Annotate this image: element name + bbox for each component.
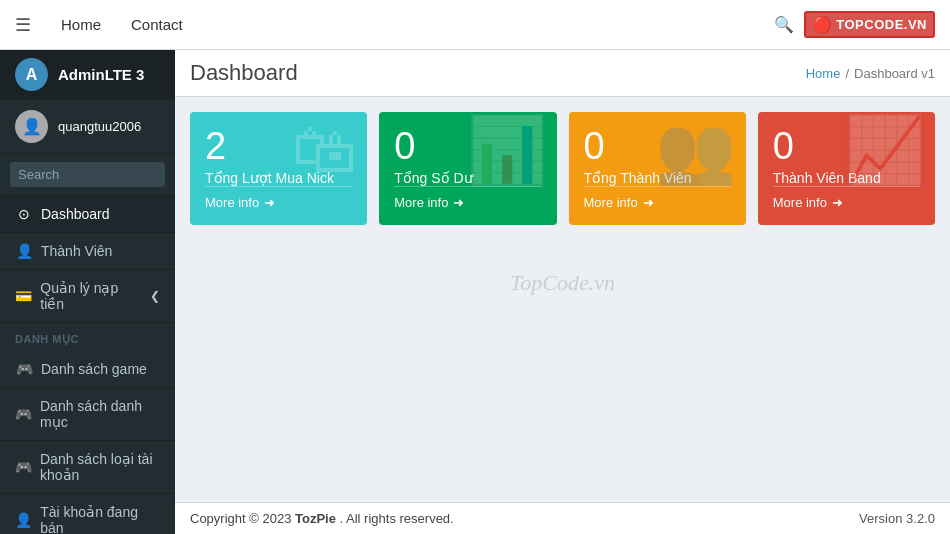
stat-box-tong-thanh-vien: 0 Tổng Thành Viên 👥 More info ➜	[569, 112, 746, 225]
sidebar-item-category-list[interactable]: 🎮 Danh sách danh mục	[0, 388, 175, 441]
brand-name: TozPie	[295, 511, 336, 526]
nav-home[interactable]: Home	[46, 0, 116, 50]
account-type-icon: 🎮	[15, 459, 32, 475]
stat-top-section-3: 0 Tổng Thành Viên 👥	[584, 127, 731, 186]
more-info-label-2: More info	[584, 195, 638, 210]
site-name-label: TOPCODE.VN	[836, 17, 927, 32]
arrow-right-icon-3: ➜	[832, 195, 843, 210]
dashboard-icon: ⊙	[15, 206, 33, 222]
breadcrumb: Home / Dashboard v1	[806, 66, 935, 81]
sidebar-item-recharge[interactable]: 💳 Quản lý nạp tiền ❮	[0, 270, 175, 323]
stat-footer-thanh-vien-band[interactable]: More info ➜	[773, 186, 920, 210]
watermark-text: TopCode.vn	[190, 240, 935, 326]
top-nav-right: 🔍 🔴 TOPCODE.VN	[774, 11, 935, 38]
pie-chart-icon: 📈	[844, 117, 925, 182]
search-form: 🔍	[0, 154, 175, 196]
stat-box-tong-so-du: 0 Tổng Số Dư 📊 More info ➜	[379, 112, 556, 225]
nav-links: Home Contact	[46, 0, 198, 50]
sidebar-item-members[interactable]: 👤 Thành Viên	[0, 233, 175, 270]
breadcrumb-separator: /	[845, 66, 849, 81]
logo-badge: 🔴 TOPCODE.VN	[804, 11, 935, 38]
hamburger-icon[interactable]: ☰	[15, 14, 31, 36]
chart-icon: 📊	[466, 117, 547, 182]
nav-contact[interactable]: Contact	[116, 0, 198, 50]
search-icon-button[interactable]: 🔍	[774, 15, 794, 34]
stat-top-section-2: 0 Tổng Số Dư 📊	[394, 127, 541, 186]
category-list-icon: 🎮	[15, 406, 32, 422]
sidebar-item-game-list[interactable]: 🎮 Danh sách game	[0, 351, 175, 388]
users-icon: 👥	[655, 117, 736, 182]
breadcrumb-home[interactable]: Home	[806, 66, 841, 81]
user-panel: 👤 quangtuu2006	[0, 100, 175, 154]
main-footer: Copyright © 2023 TozPie . All rights res…	[175, 502, 950, 534]
sidebar: A AdminLTE 3 👤 quangtuu2006 🔍 ⊙ Dashboar…	[0, 50, 175, 534]
more-info-label-1: More info	[394, 195, 448, 210]
stats-row: 2 Tổng Lượt Mua Nick 🛍 More info ➜ 0	[190, 112, 935, 225]
footer-copyright: Copyright © 2023 TozPie . All rights res…	[190, 511, 454, 526]
stat-top-section-4: 0 Thành Viên Band 📈	[773, 127, 920, 186]
stat-footer-tong-so-du[interactable]: More info ➜	[394, 186, 541, 210]
game-list-icon: 🎮	[15, 361, 33, 377]
stat-box-tong-luot-mua: 2 Tổng Lượt Mua Nick 🛍 More info ➜	[190, 112, 367, 225]
search-input[interactable]	[10, 162, 165, 187]
more-info-label-0: More info	[205, 195, 259, 210]
copyright-text: Copyright © 2023	[190, 511, 295, 526]
more-info-label-3: More info	[773, 195, 827, 210]
page-title: Dashboard	[190, 60, 298, 86]
stat-number-tong-so-du: 0	[394, 127, 472, 165]
sidebar-item-selling-accounts[interactable]: 👤 Tài khoản đang bán	[0, 494, 175, 534]
section-danh-muc-label: DANH MỤC	[0, 323, 175, 351]
arrow-right-icon-0: ➜	[264, 195, 275, 210]
stat-box-thanh-vien-band: 0 Thành Viên Band 📈 More info ➜	[758, 112, 935, 225]
username-label: quangtuu2006	[58, 119, 141, 134]
stat-footer-tong-thanh-vien[interactable]: More info ➜	[584, 186, 731, 210]
main-content: Dashboard Home / Dashboard v1 2 Tổng Lượ…	[175, 50, 950, 534]
rights-text: . All rights reserved.	[340, 511, 454, 526]
sidebar-item-label-account-type-list: Danh sách loại tài khoản	[40, 451, 160, 483]
app-icon: A	[15, 58, 48, 91]
sidebar-item-label-category-list: Danh sách danh mục	[40, 398, 160, 430]
content-area: 2 Tổng Lượt Mua Nick 🛍 More info ➜ 0	[175, 97, 950, 502]
avatar: 👤	[15, 110, 48, 143]
sidebar-header: A AdminLTE 3	[0, 50, 175, 100]
recharge-icon: 💳	[15, 288, 32, 304]
version-number-val: 3.2.0	[906, 511, 935, 526]
sidebar-item-label-recharge: Quản lý nạp tiền	[40, 280, 142, 312]
version-label: Version	[859, 511, 902, 526]
stat-footer-tong-luot-mua[interactable]: More info ➜	[205, 186, 352, 210]
content-header: Dashboard Home / Dashboard v1	[175, 50, 950, 97]
shopping-bag-icon: 🛍	[292, 117, 357, 182]
stat-content-2: 0 Tổng Số Dư	[394, 127, 472, 186]
members-icon: 👤	[15, 243, 33, 259]
arrow-right-icon-2: ➜	[643, 195, 654, 210]
breadcrumb-current: Dashboard v1	[854, 66, 935, 81]
search-wrap: 🔍	[10, 162, 165, 187]
app-title: AdminLTE 3	[58, 66, 144, 83]
footer-version: Version 3.2.0	[859, 511, 935, 526]
top-nav: ☰ Home Contact 🔍 🔴 TOPCODE.VN	[0, 0, 950, 50]
chevron-icon: ❮	[150, 289, 160, 303]
page-wrapper: A AdminLTE 3 👤 quangtuu2006 🔍 ⊙ Dashboar…	[0, 50, 950, 534]
selling-icon: 👤	[15, 512, 32, 528]
sidebar-item-label-members: Thành Viên	[41, 243, 112, 259]
sidebar-item-dashboard[interactable]: ⊙ Dashboard	[0, 196, 175, 233]
sidebar-item-label-dashboard: Dashboard	[41, 206, 110, 222]
arrow-right-icon-1: ➜	[453, 195, 464, 210]
sidebar-item-label-selling: Tài khoản đang bán	[40, 504, 160, 534]
stat-top-section: 2 Tổng Lượt Mua Nick 🛍	[205, 127, 352, 186]
sidebar-menu: ⊙ Dashboard 👤 Thành Viên 💳 Quản lý nạp t…	[0, 196, 175, 534]
stat-label-tong-so-du: Tổng Số Dư	[394, 170, 472, 186]
sidebar-item-account-type-list[interactable]: 🎮 Danh sách loại tài khoản	[0, 441, 175, 494]
sidebar-item-label-game-list: Danh sách game	[41, 361, 147, 377]
